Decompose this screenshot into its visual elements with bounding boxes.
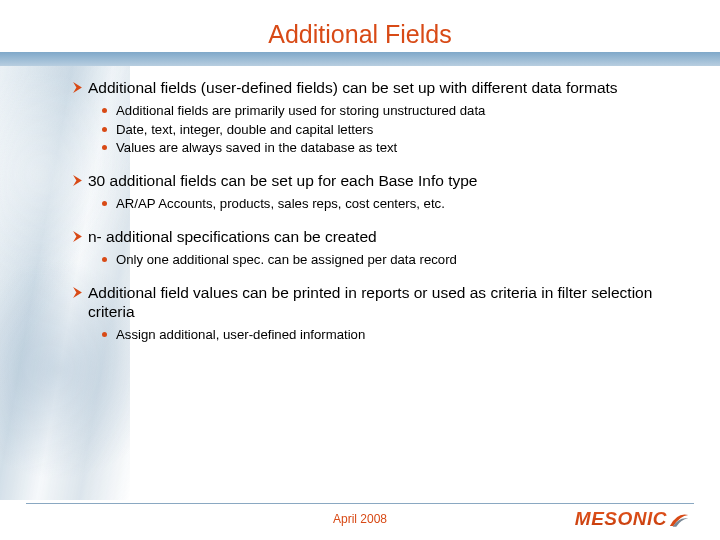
- dot-icon: [102, 332, 107, 337]
- dot-icon: [102, 145, 107, 150]
- bullet-level2: Date, text, integer, double and capital …: [102, 121, 682, 139]
- dot-icon: [102, 201, 107, 206]
- brand-logo: MESONIC: [575, 508, 690, 530]
- header-strip: [0, 52, 720, 66]
- bullet-level1: Additional fields (user-defined fields) …: [72, 78, 682, 98]
- bullet-level1: 30 additional fields can be set up for e…: [72, 171, 682, 191]
- bullet-text: Additional fields (user-defined fields) …: [88, 78, 618, 98]
- arrow-icon: [72, 82, 83, 93]
- bullet-level1: n- additional specifications can be crea…: [72, 227, 682, 247]
- sub-text: Date, text, integer, double and capital …: [116, 121, 373, 139]
- section-2: 30 additional fields can be set up for e…: [72, 171, 682, 213]
- sub-list: Assign additional, user-defined informat…: [102, 326, 682, 344]
- sub-text: Only one additional spec. can be assigne…: [116, 251, 457, 269]
- bullet-text: 30 additional fields can be set up for e…: [88, 171, 477, 191]
- footer-divider: [26, 503, 694, 504]
- arrow-icon: [72, 231, 83, 242]
- sub-text: Additional fields are primarily used for…: [116, 102, 485, 120]
- sub-text: Values are always saved in the database …: [116, 139, 397, 157]
- dot-icon: [102, 257, 107, 262]
- bullet-level2: Values are always saved in the database …: [102, 139, 682, 157]
- bullet-level2: AR/AP Accounts, products, sales reps, co…: [102, 195, 682, 213]
- logo-text: MESONIC: [575, 508, 667, 530]
- section-3: n- additional specifications can be crea…: [72, 227, 682, 269]
- sub-list: Additional fields are primarily used for…: [102, 102, 682, 157]
- section-1: Additional fields (user-defined fields) …: [72, 78, 682, 157]
- bullet-level2: Assign additional, user-defined informat…: [102, 326, 682, 344]
- bullet-level2: Additional fields are primarily used for…: [102, 102, 682, 120]
- slide-title: Additional Fields: [0, 20, 720, 49]
- dot-icon: [102, 127, 107, 132]
- bullet-text: Additional field values can be printed i…: [88, 283, 682, 323]
- sub-text: AR/AP Accounts, products, sales reps, co…: [116, 195, 445, 213]
- sub-text: Assign additional, user-defined informat…: [116, 326, 365, 344]
- sub-list: AR/AP Accounts, products, sales reps, co…: [102, 195, 682, 213]
- bullet-level2: Only one additional spec. can be assigne…: [102, 251, 682, 269]
- arrow-icon: [72, 287, 83, 298]
- section-4: Additional field values can be printed i…: [72, 283, 682, 344]
- dot-icon: [102, 108, 107, 113]
- slide-content: Additional fields (user-defined fields) …: [72, 78, 682, 358]
- bullet-text: n- additional specifications can be crea…: [88, 227, 377, 247]
- arrow-icon: [72, 175, 83, 186]
- sub-list: Only one additional spec. can be assigne…: [102, 251, 682, 269]
- bullet-level1: Additional field values can be printed i…: [72, 283, 682, 323]
- swoosh-icon: [668, 510, 690, 529]
